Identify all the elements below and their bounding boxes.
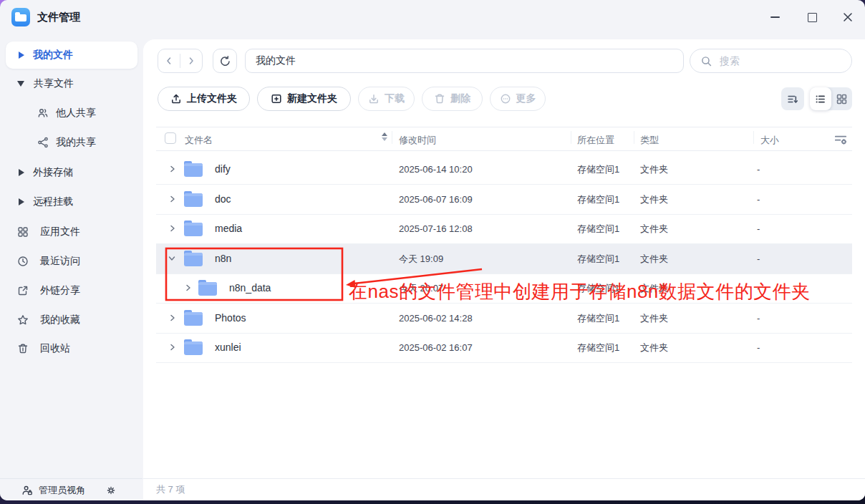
download-button[interactable]: 下载 [358, 87, 415, 111]
sidebar-item-app-files[interactable]: 应用文件 [6, 218, 137, 246]
divider [753, 131, 754, 144]
select-all-checkbox[interactable] [165, 132, 176, 144]
sidebar-item-external-storage[interactable]: 外接存储 [6, 158, 137, 187]
file-size: - [757, 185, 760, 214]
column-header-size[interactable]: 大小 [760, 134, 779, 147]
sidebar-item-shared-files[interactable]: 共享文件 [6, 69, 137, 98]
table-row[interactable]: doc 2025-06-07 16:09 存储空间1 文件夹 - [156, 185, 852, 215]
sort-button[interactable] [781, 87, 804, 110]
sidebar-item-recycle-bin[interactable]: 回收站 [6, 334, 137, 363]
column-settings-button[interactable] [833, 132, 848, 146]
divider [156, 127, 852, 127]
file-size: - [757, 244, 760, 273]
search-input[interactable] [718, 54, 851, 67]
file-name: doc [215, 185, 231, 214]
search-field[interactable] [690, 49, 852, 73]
column-header-name[interactable]: 文件名 [185, 134, 213, 147]
button-label: 上传文件夹 [187, 92, 237, 105]
table-row[interactable]: xunlei 2025-06-02 16:07 存储空间1 文件夹 - [156, 333, 852, 363]
chevron-right-icon[interactable] [168, 194, 178, 204]
sidebar: 我的文件 共享文件 他人共享 我的共享 外接存储 远程挂载 [0, 34, 143, 478]
sidebar-item-my-files[interactable]: 我的文件 [6, 42, 137, 69]
chevron-down-icon [17, 81, 24, 87]
admin-view-label[interactable]: 管理员视角 [39, 484, 85, 497]
close-button[interactable] [838, 8, 858, 26]
chevron-right-icon[interactable] [168, 342, 178, 352]
sidebar-item-my-shares[interactable]: 我的共享 [6, 128, 137, 157]
chevron-right-icon[interactable] [168, 223, 178, 233]
list-view-icon [814, 93, 826, 105]
sidebar-item-favorites[interactable]: 我的收藏 [6, 306, 137, 334]
sidebar-item-external-links[interactable]: 外链分享 [6, 276, 137, 305]
chevron-right-icon [186, 56, 196, 66]
file-time: 2025-06-14 10:20 [399, 155, 473, 184]
people-icon [37, 107, 49, 119]
chevron-right-icon[interactable] [168, 313, 178, 323]
sidebar-item-label: 他人共享 [56, 107, 96, 120]
back-button[interactable] [158, 49, 180, 72]
sidebar-item-recent[interactable]: 最近访问 [6, 247, 137, 276]
more-button[interactable]: 更多 [490, 87, 546, 111]
column-header-location[interactable]: 所在位置 [577, 134, 614, 147]
sort-arrows-icon[interactable] [382, 132, 387, 141]
file-type: 文件夹 [640, 214, 668, 243]
file-location: 存储空间1 [577, 304, 619, 333]
table-row[interactable]: Photos 2025-06-02 14:28 存储空间1 文件夹 - [156, 304, 852, 334]
history-nav [158, 49, 203, 73]
forward-button[interactable] [180, 49, 202, 72]
folder-icon [184, 163, 203, 177]
sidebar-item-label: 外链分享 [40, 284, 80, 297]
table-row[interactable]: dify 2025-06-14 10:20 存储空间1 文件夹 - [156, 155, 852, 185]
file-location: 存储空间1 [577, 185, 619, 214]
column-settings-icon [833, 132, 848, 146]
table-row-selected[interactable]: n8n 今天 19:09 存储空间1 文件夹 - [156, 244, 852, 274]
sidebar-item-label: 我的文件 [33, 49, 73, 62]
maximize-icon [808, 13, 817, 22]
refresh-button[interactable] [213, 49, 237, 73]
divider [571, 131, 571, 144]
chevron-right-icon[interactable] [183, 283, 193, 293]
grid-icon [17, 226, 29, 238]
path-input[interactable] [246, 49, 683, 72]
new-folder-button[interactable]: 新建文件夹 [257, 87, 351, 111]
file-size: - [757, 333, 760, 362]
file-type: 文件夹 [640, 244, 668, 273]
app-icon [11, 8, 30, 26]
minimize-button[interactable] [765, 8, 785, 26]
sidebar-item-remote-mount[interactable]: 远程挂载 [6, 188, 137, 216]
grid-view-button[interactable] [831, 87, 853, 110]
maximize-button[interactable] [802, 8, 822, 26]
file-type: 文件夹 [640, 185, 668, 214]
path-field[interactable] [245, 49, 684, 73]
column-header-type[interactable]: 类型 [640, 134, 659, 147]
table-row[interactable]: media 2025-07-16 12:08 存储空间1 文件夹 - [156, 214, 852, 244]
sidebar-item-label: 最近访问 [40, 255, 80, 268]
chevron-down-icon[interactable] [167, 253, 177, 263]
column-header-modified[interactable]: 修改时间 [399, 134, 436, 147]
file-location: 存储空间1 [577, 214, 619, 243]
sidebar-item-label: 远程挂载 [33, 195, 73, 208]
chevron-right-icon[interactable] [168, 164, 178, 174]
list-view-button[interactable] [810, 87, 831, 110]
delete-button[interactable]: 删除 [422, 87, 483, 111]
divider [392, 131, 392, 144]
sidebar-item-shared-by-others[interactable]: 他人共享 [6, 99, 137, 127]
folder-icon [184, 253, 203, 266]
file-type: 文件夹 [640, 155, 668, 184]
file-size: - [757, 214, 760, 243]
file-time: 2025-06-07 16:09 [399, 185, 473, 214]
upload-folder-button[interactable]: 上传文件夹 [158, 87, 250, 111]
chevron-right-icon [19, 169, 24, 176]
file-name: xunlei [215, 333, 241, 362]
file-time: 2025-06-02 16:07 [399, 333, 473, 362]
file-size: - [757, 304, 760, 333]
window-title: 文件管理 [37, 11, 80, 24]
file-time: 2025-07-16 12:08 [399, 214, 473, 243]
button-label: 删除 [450, 92, 470, 105]
grid-view-icon [836, 93, 848, 105]
refresh-icon [219, 55, 231, 67]
sidebar-item-label: 回收站 [40, 342, 70, 355]
gear-icon[interactable] [105, 485, 117, 496]
minimize-icon [770, 16, 780, 18]
file-time: 2025-06-02 14:28 [399, 304, 473, 333]
